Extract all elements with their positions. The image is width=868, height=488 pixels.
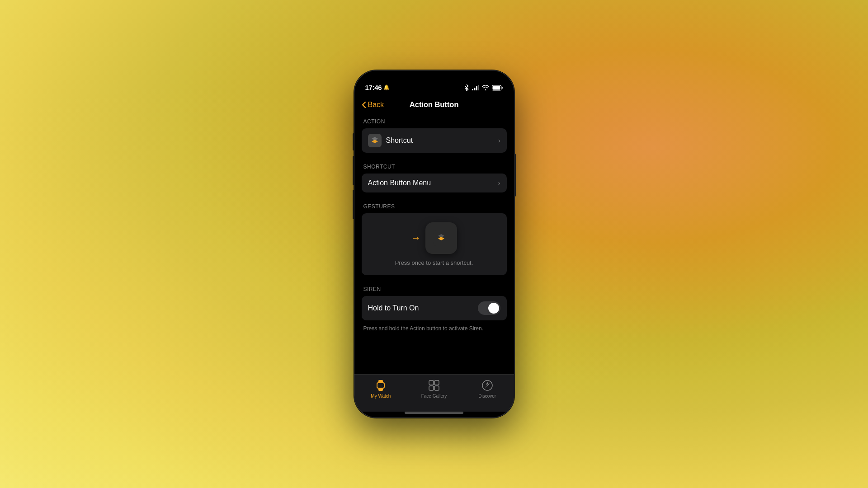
tab-face-gallery[interactable]: Face Gallery [407, 378, 461, 399]
svg-rect-3 [478, 85, 479, 90]
action-shortcut-item[interactable]: Shortcut › [362, 128, 507, 153]
shortcut-section-label: SHORTCUT [362, 164, 507, 170]
svg-rect-13 [378, 380, 383, 383]
svg-rect-19 [434, 386, 439, 390]
battery-icon [492, 85, 503, 91]
tab-bar: My Watch Face Gallery [354, 374, 514, 412]
layers-icon [368, 134, 382, 147]
power-button [514, 154, 516, 197]
siren-toggle[interactable] [478, 301, 500, 315]
action-button-menu-chevron-icon: › [498, 179, 500, 187]
time-display: 17:46 [365, 84, 382, 91]
action-button-menu-item[interactable]: Action Button Menu › [362, 174, 507, 192]
svg-rect-16 [429, 380, 434, 385]
content-area[interactable]: ACTION Shortcut [354, 115, 514, 374]
svg-rect-5 [492, 86, 500, 89]
tab-discover[interactable]: Discover [461, 378, 514, 399]
back-label: Back [368, 101, 384, 109]
svg-line-23 [486, 385, 487, 387]
gestures-section-label: GESTURES [362, 203, 507, 210]
gesture-device-visual [425, 222, 457, 254]
gesture-shortcut-icon [433, 230, 449, 246]
dynamic-island [407, 76, 461, 91]
svg-rect-2 [476, 86, 477, 90]
phone-container: 17:46 🔔 [354, 70, 514, 418]
my-watch-tab-icon [374, 379, 387, 392]
face-gallery-tab-label: Face Gallery [421, 394, 447, 399]
back-button[interactable]: Back [362, 101, 384, 109]
siren-section-label: SIREN [362, 286, 507, 292]
action-section-label: ACTION [362, 118, 507, 125]
shortcut-chevron-icon: › [498, 137, 500, 144]
silent-indicator: 🔔 [383, 84, 390, 90]
gestures-section: GESTURES → [362, 203, 507, 275]
hold-to-turn-on-row: Hold to Turn On [362, 296, 507, 320]
bluetooth-icon [464, 84, 469, 91]
action-section: ACTION Shortcut [362, 118, 507, 153]
svg-rect-1 [474, 88, 475, 90]
my-watch-tab-label: My Watch [371, 394, 391, 399]
shortcut-label: Shortcut [386, 136, 495, 145]
discover-tab-label: Discover [478, 394, 496, 399]
action-button-menu-label: Action Button Menu [368, 179, 495, 187]
discover-tab-icon [481, 379, 494, 392]
gesture-description: Press once to start a shortcut. [395, 259, 473, 266]
gesture-area: → Press once to s [362, 213, 507, 275]
gesture-arrow-icon: → [411, 232, 421, 244]
shortcut-section: SHORTCUT Action Button Menu › [362, 164, 507, 192]
siren-section: SIREN Hold to Turn On Press and hold the… [362, 286, 507, 333]
gesture-animation: → [411, 222, 457, 254]
siren-footer-text: Press and hold the Action button to acti… [362, 323, 507, 333]
back-chevron-icon [362, 101, 366, 108]
phone-screen: 17:46 🔔 [354, 70, 514, 418]
wifi-icon [482, 85, 489, 90]
svg-rect-15 [377, 383, 384, 388]
face-gallery-tab-icon [428, 379, 440, 392]
toggle-knob [488, 303, 499, 314]
phone-shell: 17:46 🔔 [354, 70, 514, 418]
signal-icon [472, 85, 479, 90]
svg-rect-14 [378, 388, 383, 391]
tab-my-watch[interactable]: My Watch [354, 378, 408, 399]
svg-rect-18 [429, 386, 434, 390]
home-indicator [405, 412, 463, 414]
svg-rect-0 [472, 89, 473, 90]
hold-to-turn-on-label: Hold to Turn On [368, 304, 478, 312]
status-time: 17:46 🔔 [365, 84, 390, 91]
shortcut-icon [368, 134, 382, 147]
background: 17:46 🔔 [0, 0, 868, 488]
status-icons [464, 84, 503, 91]
nav-bar: Back Action Button [354, 95, 514, 115]
svg-rect-17 [434, 380, 439, 385]
page-title: Action Button [410, 100, 458, 109]
